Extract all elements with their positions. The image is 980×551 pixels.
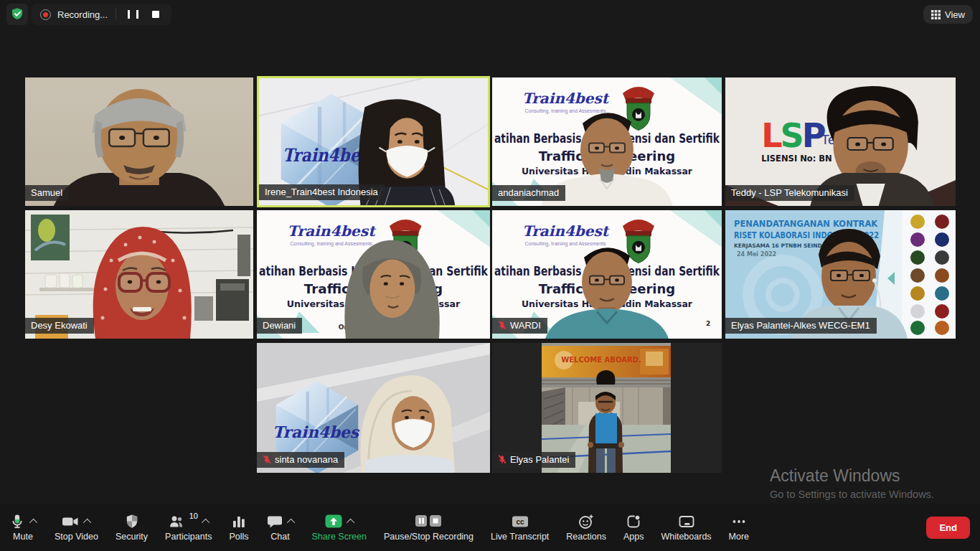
pause-stop-recording-icon [414,513,443,530]
watermark-title: Activate Windows [770,466,934,486]
apps-icon [625,513,642,530]
video-tile-elyas-palantei[interactable]: WELCOME ABOARD. [492,343,722,473]
whiteboard-icon [678,513,695,530]
video-tile-desy[interactable]: Desy Ekowati [25,210,253,339]
video-options-chevron[interactable] [83,519,91,527]
svg-text:cc: cc [516,518,524,526]
participant-name-tag: WARDI [492,318,547,334]
pause-stop-recording-button[interactable]: Pause/Stop Recording [384,513,473,542]
share-options-chevron[interactable] [347,519,354,527]
top-bar: Recording... View [0,0,980,29]
whiteboards-label: Whiteboards [661,532,711,542]
video-tile-samuel[interactable]: Samuel [25,77,253,206]
more-ellipsis-icon [730,513,748,530]
video-tile-elyas-alkes[interactable]: PENANDATANGANAN KONTRAK RISET KOLABORASI… [725,210,956,339]
pause-recording-button[interactable] [124,7,142,22]
participant-name: sinta novanana [275,454,338,465]
participant-name: Teddy - LSP Telekomunikasi [731,187,848,198]
mute-button[interactable]: Mute [9,513,37,542]
video-tile-sinta[interactable]: Train4bes sinta novanana [257,343,490,473]
divider [116,9,116,20]
participant-name-tag: sinta novanana [257,452,344,468]
meeting-toolbar: Mute Stop Video Security [0,504,980,551]
mute-options-chevron[interactable] [29,519,37,527]
chat-button[interactable]: Chat [266,513,295,542]
recording-label: Recording... [57,9,108,20]
recording-dot-icon [40,9,51,20]
participants-label: Participants [165,532,212,542]
participants-count: 10 [189,512,198,520]
security-button[interactable]: Security [116,513,148,542]
cc-icon: cc [512,513,529,530]
watermark-subtitle: Go to Settings to activate Windows. [770,489,934,500]
view-button-label: View [945,9,965,20]
shield-check-icon [9,6,25,22]
security-shield-icon [123,513,141,530]
pause-stop-recording-label: Pause/Stop Recording [384,532,473,542]
mute-label: Mute [13,532,33,542]
reactions-label: Reactions [566,532,606,542]
lsp-license-text: LISENSI No: BN [761,154,832,164]
participant-name-tag: andaniachmad [492,185,565,201]
slide-year-fragment: 2 [706,320,710,327]
stop-video-button[interactable]: Stop Video [55,513,98,542]
participant-name: Samuel [31,187,62,198]
view-button[interactable]: View [923,5,973,24]
participant-name: andaniachmad [498,187,559,198]
participants-options-chevron[interactable] [202,519,209,527]
participant-name-tag: Dewiani [257,318,302,334]
kontrak-line4: 24 Mei 2022 [737,251,776,258]
zoom-meeting-window: Recording... View [0,0,980,551]
video-camera-icon [61,513,80,530]
share-screen-icon [324,513,343,530]
participant-name-tag: Desy Ekowati [25,318,94,334]
participant-name: WARDI [510,320,541,331]
participants-icon [168,513,185,530]
live-transcript-button[interactable]: cc Live Transcript [491,513,549,542]
whiteboards-button[interactable]: Whiteboards [661,513,711,542]
video-tile-wardi[interactable]: 2 WARDI [492,210,722,339]
stop-recording-button[interactable] [149,8,163,21]
stop-icon [152,11,159,18]
video-tile-andaniachmad[interactable]: andaniachmad [492,77,722,206]
share-screen-label: Share Screen [312,532,367,542]
activate-windows-watermark: Activate Windows Go to Settings to activ… [770,466,934,500]
participant-name-tag: Samuel [25,185,69,201]
muted-mic-icon [498,455,507,464]
share-screen-button[interactable]: Share Screen [312,513,367,542]
recording-indicator: Recording... [32,4,171,25]
end-meeting-button[interactable]: End [926,517,970,539]
participant-name: Desy Ekowati [31,320,88,331]
reactions-smiley-icon [578,513,595,530]
pause-icon [128,10,138,19]
participant-name: Dewiani [263,320,296,331]
apps-label: Apps [623,532,644,542]
chat-options-chevron[interactable] [286,519,294,527]
stop-video-label: Stop Video [55,532,98,542]
meeting-security-shield-icon[interactable] [6,4,28,25]
participant-name-tag: Teddy - LSP Telekomunikasi [725,185,854,201]
polls-button[interactable]: Polls [229,513,248,542]
chat-bubble-icon [266,513,283,530]
participants-button[interactable]: 10 Participants [165,513,212,542]
apps-button[interactable]: Apps [623,513,644,542]
muted-mic-icon [263,455,271,464]
participant-name: Elyas Palantei-Alkes WECG-EM1 [731,320,870,331]
participant-name-tag: Irene_Train4best Indonesia [259,184,385,200]
live-transcript-label: Live Transcript [491,532,549,542]
kontrak-line1: PENANDATANGANAN KONTRAK [734,219,878,229]
more-label: More [729,532,749,542]
grid-view-icon [931,10,941,19]
more-button[interactable]: More [729,513,749,542]
polls-bar-chart-icon [230,513,248,530]
video-tile-irene[interactable]: Train4best Irene_Train4best Indonesia [257,76,490,207]
chat-label: Chat [270,532,289,542]
muted-mic-icon [498,321,507,330]
reactions-button[interactable]: Reactions [566,513,606,542]
participant-name-tag: Elyas Palantei-Alkes WECG-EM1 [725,318,877,334]
lsp-logo-text: LSP [761,116,825,155]
video-tile-teddy[interactable]: LSP Tele LISENSI No: BN Teddy - LSP Tele… [725,77,956,206]
security-label: Security [116,532,148,542]
welcome-banner-text: WELCOME ABOARD. [561,356,641,364]
video-tile-dewiani[interactable]: Onli Dewiani [257,210,490,339]
